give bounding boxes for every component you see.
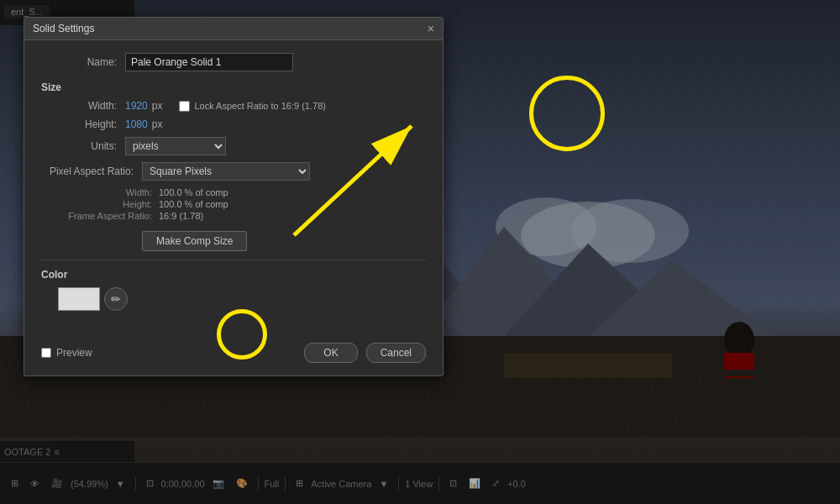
lock-aspect-checkbox[interactable] xyxy=(179,101,190,112)
preview-row: Preview xyxy=(41,347,92,359)
width-unit: px xyxy=(152,100,163,112)
pixel-ratio-select[interactable]: Square Pixels xyxy=(142,162,310,181)
size-section-label: Size xyxy=(41,81,426,93)
height-value[interactable]: 1080 xyxy=(125,118,148,130)
width-row: Width: 1920 px Lock Aspect Ratio to 16:9… xyxy=(41,100,426,112)
pixel-aspect-ratio-row: Pixel Aspect Ratio: Square Pixels xyxy=(41,162,426,181)
pixel-ratio-label: Pixel Aspect Ratio: xyxy=(41,165,142,177)
dialog-footer: Preview OK Cancel xyxy=(24,336,443,375)
name-row: Name: xyxy=(41,53,426,71)
units-select[interactable]: pixels xyxy=(125,137,226,155)
preview-label: Preview xyxy=(56,347,92,359)
dialog-title: Solid Settings xyxy=(33,23,94,34)
height-row: Height: 1080 px xyxy=(41,118,426,130)
color-label: Color xyxy=(41,269,426,281)
make-comp-size-button[interactable]: Make Comp Size xyxy=(142,231,247,251)
footer-buttons: OK Cancel xyxy=(304,343,426,363)
color-row: ✏ xyxy=(58,287,426,311)
solid-settings-dialog: Solid Settings × Name: Size Width: 1920 … xyxy=(24,17,444,376)
lock-label: Lock Aspect Ratio to 16:9 (1.78) xyxy=(194,101,326,111)
color-swatch[interactable] xyxy=(58,287,100,311)
width-label: Width: xyxy=(41,100,125,112)
eyedropper-button[interactable]: ✏ xyxy=(104,287,128,311)
eyedropper-icon: ✏ xyxy=(111,292,121,306)
dialog-body: Name: Size Width: 1920 px Lock Aspect Ra… xyxy=(24,40,443,336)
info-width-label: Width: xyxy=(58,187,159,197)
units-label: Units: xyxy=(41,140,125,152)
name-label: Name: xyxy=(41,56,125,68)
dialog-close-button[interactable]: × xyxy=(428,23,434,34)
info-width-row: Width: 100.0 % of comp xyxy=(58,187,426,197)
width-value[interactable]: 1920 xyxy=(125,100,148,112)
height-label: Height: xyxy=(41,118,125,130)
units-row: Units: pixels xyxy=(41,137,426,155)
info-width-value: 100.0 % of comp xyxy=(159,187,228,197)
color-section: Color ✏ xyxy=(41,269,426,311)
preview-checkbox[interactable] xyxy=(41,348,51,358)
ok-button[interactable]: OK xyxy=(304,343,357,363)
dialog-titlebar: Solid Settings × xyxy=(24,18,443,40)
info-height-label: Height: xyxy=(58,199,159,209)
info-rows: Width: 100.0 % of comp Height: 100.0 % o… xyxy=(58,187,426,221)
info-height-value: 100.0 % of comp xyxy=(159,199,228,209)
lock-row: Lock Aspect Ratio to 16:9 (1.78) xyxy=(179,101,326,112)
frame-ratio-row: Frame Aspect Ratio: 16:9 (1.78) xyxy=(58,211,426,221)
cancel-button[interactable]: Cancel xyxy=(366,343,426,363)
name-input[interactable] xyxy=(125,53,293,71)
height-unit: px xyxy=(152,118,163,130)
section-divider xyxy=(41,260,426,260)
frame-ratio-label: Frame Aspect Ratio: xyxy=(58,211,159,221)
info-height-row: Height: 100.0 % of comp xyxy=(58,199,426,209)
frame-ratio-value: 16:9 (1.78) xyxy=(159,211,203,221)
